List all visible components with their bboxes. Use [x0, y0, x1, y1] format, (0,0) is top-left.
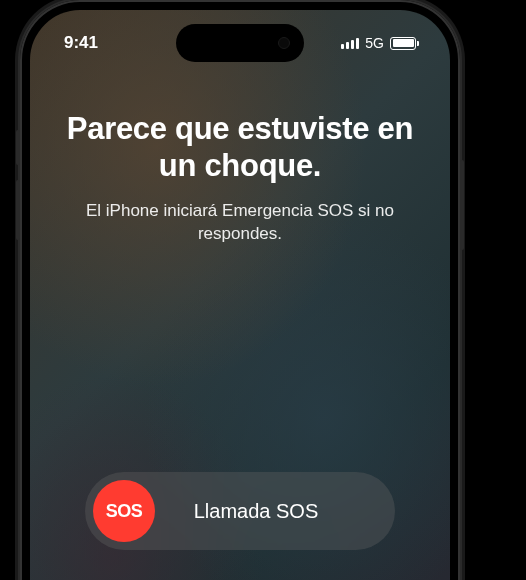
- sos-slider-label: Llamada SOS: [155, 500, 387, 523]
- battery-icon: [390, 37, 416, 50]
- phone-screen: 9:41 5G Parece que estuviste en un choqu…: [30, 10, 450, 580]
- status-bar: 9:41 5G: [30, 28, 450, 58]
- sos-knob-label: SOS: [106, 501, 143, 522]
- alert-headline: Parece que estuviste en un choque.: [60, 110, 420, 184]
- phone-frame: 9:41 5G Parece que estuviste en un choqu…: [20, 0, 460, 580]
- status-time: 9:41: [64, 33, 98, 53]
- crash-alert-content: Parece que estuviste en un choque. El iP…: [30, 110, 450, 246]
- alert-subtext: El iPhone iniciará Emergencia SOS si no …: [60, 200, 420, 246]
- sos-knob[interactable]: SOS: [93, 480, 155, 542]
- volume-button[interactable]: [16, 180, 20, 240]
- signal-icon: [341, 38, 359, 49]
- sos-slider[interactable]: SOS Llamada SOS: [85, 472, 395, 550]
- power-button[interactable]: [460, 160, 464, 250]
- status-indicators: 5G: [341, 35, 416, 51]
- mute-switch[interactable]: [16, 130, 20, 165]
- network-type: 5G: [365, 35, 384, 51]
